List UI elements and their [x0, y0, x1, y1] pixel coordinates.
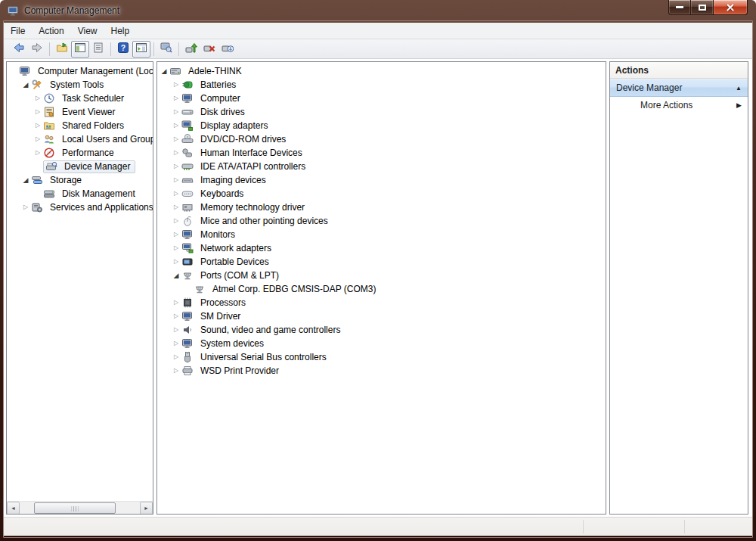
menu-help[interactable]: Help — [104, 23, 137, 39]
tree-item-ide-ata-atapi-controllers[interactable]: ▷IDE ATA/ATAPI controllers — [157, 160, 606, 173]
expander-collapsed-icon[interactable]: ▷ — [171, 132, 181, 146]
tree-item-shared-folders[interactable]: ▷Shared Folders — [7, 119, 153, 132]
speaker-icon — [181, 324, 194, 336]
computer-management-icon — [7, 5, 20, 17]
tree-item-mice-and-other-pointing-devices[interactable]: ▷Mice and other pointing devices — [157, 214, 606, 228]
uninstall-device-button[interactable] — [200, 41, 218, 58]
tree-item-ports-com-lpt[interactable]: ◢Ports (COM & LPT) — [157, 269, 606, 282]
expander-expanded-icon[interactable]: ◢ — [171, 269, 181, 282]
tree-item-event-viewer[interactable]: ▷Event Viewer — [7, 105, 153, 119]
expander-collapsed-icon[interactable]: ▷ — [171, 241, 181, 255]
tree-item-network-adapters[interactable]: ▷Network adapters — [157, 241, 606, 255]
expander-collapsed-icon[interactable]: ▷ — [171, 350, 181, 364]
tree-item-body: Human Interface Devices — [181, 146, 305, 160]
expander-collapsed-icon[interactable]: ▷ — [171, 214, 181, 228]
expander-expanded-icon[interactable]: ◢ — [159, 64, 169, 78]
expander-collapsed-icon[interactable]: ▷ — [171, 255, 181, 269]
tree-item-device-manager[interactable]: Device Manager — [7, 160, 153, 173]
expander-collapsed-icon[interactable]: ▷ — [171, 337, 181, 350]
tree-item-computer-management-local[interactable]: Computer Management (Local — [7, 64, 153, 78]
expander-collapsed-icon[interactable]: ▷ — [171, 323, 181, 337]
tree-item-local-users-and-groups[interactable]: ▷Local Users and Groups — [7, 132, 153, 146]
more-actions-item[interactable]: More Actions ▶ — [610, 97, 748, 113]
expander-collapsed-icon[interactable]: ▷ — [171, 364, 181, 378]
expander-collapsed-icon[interactable]: ▷ — [171, 201, 181, 214]
expander-collapsed-icon[interactable]: ▷ — [171, 146, 181, 160]
titlebar[interactable]: Computer Management — [0, 0, 756, 23]
tree-item-adele-think[interactable]: ◢Adele-THINK — [157, 64, 606, 78]
expander-collapsed-icon[interactable]: ▷ — [33, 105, 43, 119]
update-driver-button[interactable] — [182, 41, 200, 58]
expander-expanded-icon[interactable]: ◢ — [20, 78, 31, 92]
scrollbar-thumb[interactable] — [34, 502, 116, 514]
expander-expanded-icon[interactable]: ◢ — [20, 173, 31, 187]
expander-collapsed-icon[interactable]: ▷ — [33, 132, 43, 146]
actions-group-device-manager[interactable]: Device Manager ▲ — [610, 79, 748, 97]
back-arrow-button[interactable] — [10, 41, 28, 58]
tree-item-label: Disk drives — [197, 105, 248, 119]
tree-item-portable-devices[interactable]: ▷Portable Devices — [157, 255, 606, 269]
expander-collapsed-icon[interactable]: ▷ — [171, 92, 181, 105]
expander-collapsed-icon[interactable]: ▷ — [171, 309, 181, 323]
tree-item-label: System Tools — [47, 78, 107, 92]
menu-file[interactable]: File — [4, 23, 32, 39]
refresh-scan-button[interactable] — [157, 41, 175, 58]
expander-collapsed-icon[interactable]: ▷ — [171, 187, 181, 201]
tree-item-task-scheduler[interactable]: ▷Task Scheduler — [7, 92, 153, 105]
tree-item-wsd-print-provider[interactable]: ▷WSD Print Provider — [157, 364, 606, 378]
tree-item-services-and-applications[interactable]: ▷Services and Applications — [7, 201, 153, 214]
export-list-button[interactable] — [53, 41, 71, 58]
expander-collapsed-icon[interactable]: ▷ — [171, 173, 181, 187]
tree-item-processors[interactable]: ▷Processors — [157, 296, 606, 309]
expander-collapsed-icon[interactable]: ▷ — [171, 228, 181, 241]
close-button[interactable] — [713, 0, 748, 15]
horizontal-scrollbar[interactable]: ◄ ► — [7, 501, 153, 514]
tree-item-sound-video-and-game-controllers[interactable]: ▷Sound, video and game controllers — [157, 323, 606, 337]
tree-item-batteries[interactable]: ▷Batteries — [157, 78, 606, 92]
expander-collapsed-icon[interactable]: ▷ — [171, 105, 181, 119]
expander-collapsed-icon[interactable]: ▷ — [171, 296, 181, 309]
tree-item-body: DVD/CD-ROM drives — [181, 132, 289, 146]
tree-item-keyboards[interactable]: ▷Keyboards — [157, 187, 606, 201]
minimize-button[interactable] — [668, 0, 691, 15]
status-bar — [4, 517, 752, 536]
show-action-pane-button[interactable] — [132, 41, 150, 58]
chevron-up-icon[interactable]: ▲ — [736, 85, 742, 92]
tree-item-memory-technology-driver[interactable]: ▷Memory technology driver — [157, 201, 606, 214]
expander-collapsed-icon[interactable]: ▷ — [33, 146, 43, 160]
menu-view[interactable]: View — [71, 23, 104, 39]
show-console-tree-button[interactable] — [71, 41, 89, 58]
forward-arrow-button[interactable] — [28, 41, 46, 58]
tree-item-label: Imaging devices — [197, 173, 269, 187]
help-button[interactable]: ? — [114, 41, 132, 58]
tree-item-performance[interactable]: ▷Performance — [7, 146, 153, 160]
tree-item-disk-management[interactable]: Disk Management — [7, 187, 153, 201]
tree-item-body: Disk drives — [181, 105, 248, 119]
properties-doc-button[interactable] — [89, 41, 107, 58]
tree-item-imaging-devices[interactable]: ▷Imaging devices — [157, 173, 606, 187]
tree-item-system-devices[interactable]: ▷System devices — [157, 337, 606, 350]
expander-collapsed-icon[interactable]: ▷ — [171, 119, 181, 132]
tree-item-monitors[interactable]: ▷Monitors — [157, 228, 606, 241]
tree-item-disk-drives[interactable]: ▷Disk drives — [157, 105, 606, 119]
tree-item-dvd-cd-rom-drives[interactable]: ▷DVD/CD-ROM drives — [157, 132, 606, 146]
expander-collapsed-icon[interactable]: ▷ — [33, 92, 43, 105]
tree-item-sm-driver[interactable]: ▷SM Driver — [157, 309, 606, 323]
tree-item-computer[interactable]: ▷Computer — [157, 92, 606, 105]
menu-action[interactable]: Action — [32, 23, 70, 39]
tree-item-storage[interactable]: ◢Storage — [7, 173, 153, 187]
storage-icon — [31, 174, 43, 186]
tree-item-human-interface-devices[interactable]: ▷Human Interface Devices — [157, 146, 606, 160]
tree-item-atmel-corp-edbg-cmsis-dap-com3[interactable]: Atmel Corp. EDBG CMSIS-DAP (COM3) — [157, 282, 606, 296]
tree-item-universal-serial-bus-controllers[interactable]: ▷Universal Serial Bus controllers — [157, 350, 606, 364]
scroll-right-button[interactable]: ► — [140, 502, 153, 515]
tree-item-system-tools[interactable]: ◢System Tools — [7, 78, 153, 92]
expander-collapsed-icon[interactable]: ▷ — [20, 201, 31, 214]
maximize-button[interactable] — [691, 0, 713, 15]
scan-hardware-changes-button[interactable] — [218, 41, 237, 58]
scroll-left-button[interactable]: ◄ — [7, 502, 20, 515]
expander-collapsed-icon[interactable]: ▷ — [171, 160, 181, 173]
tree-item-display-adapters[interactable]: ▷Display adapters — [157, 119, 606, 132]
expander-collapsed-icon[interactable]: ▷ — [171, 78, 181, 92]
expander-collapsed-icon[interactable]: ▷ — [33, 119, 43, 132]
